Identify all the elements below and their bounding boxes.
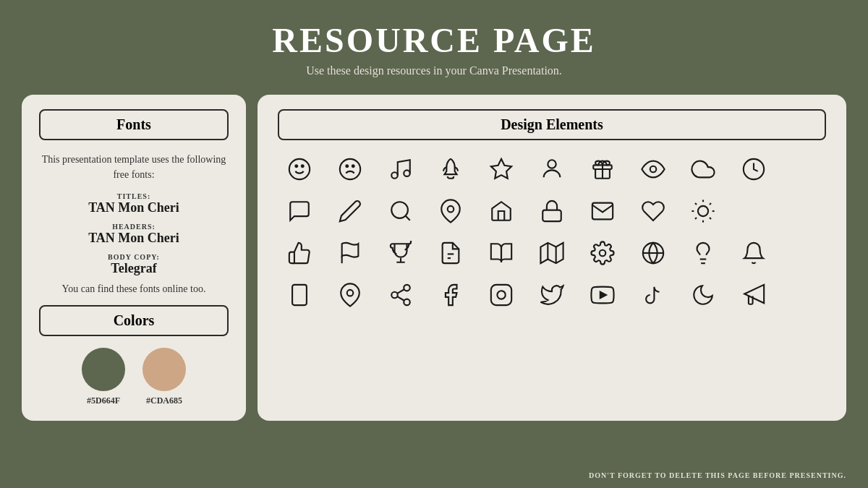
svg-point-4 [346, 165, 348, 167]
icon-document [429, 236, 472, 270]
font-label-headers: HEADERS: [39, 223, 229, 231]
svg-rect-37 [292, 285, 307, 305]
svg-point-39 [346, 290, 353, 296]
icon-megaphone [732, 278, 775, 312]
svg-point-0 [289, 159, 310, 179]
icon-empty2 [732, 194, 775, 228]
color-swatches: #5D664F #CDA685 [39, 348, 229, 406]
svg-rect-16 [542, 210, 561, 222]
icon-twitter [530, 278, 574, 312]
svg-point-9 [548, 160, 556, 168]
swatch-green: #5D664F [82, 348, 125, 406]
icon-gift [581, 152, 624, 187]
svg-point-17 [698, 206, 708, 216]
svg-point-42 [404, 299, 410, 306]
svg-line-21 [710, 218, 711, 219]
fonts-find: You can find these fonts online too. [39, 283, 229, 295]
font-entry-headers: HEADERS: TAN Mon Cheri [39, 223, 229, 246]
swatch-circle-green [82, 348, 125, 391]
icon-book [480, 236, 523, 270]
font-name-titles: TAN Mon Cheri [39, 200, 229, 215]
icon-bulb [682, 236, 726, 270]
icon-rocket [429, 152, 472, 187]
icon-tiktok [631, 278, 675, 312]
icon-bell [732, 236, 775, 270]
colors-header: Colors [39, 305, 229, 336]
font-label-titles: TITLES: [39, 192, 229, 200]
icon-map [530, 236, 574, 270]
svg-point-3 [340, 159, 360, 179]
icon-cloud [682, 152, 726, 187]
icon-moon [682, 278, 726, 312]
svg-point-7 [404, 170, 410, 176]
icon-search [379, 194, 422, 228]
icon-sad [328, 152, 372, 187]
left-panel: Fonts This presentation template uses th… [22, 95, 246, 421]
font-label-body: BODY COPY: [39, 253, 229, 261]
svg-point-32 [600, 250, 606, 257]
icon-clock [732, 152, 775, 187]
font-entry-body: BODY COPY: Telegraf [39, 253, 229, 276]
svg-line-43 [397, 296, 404, 301]
icon-home [480, 194, 523, 228]
icon-settings [581, 236, 624, 270]
icon-thumbsup [278, 236, 321, 270]
svg-line-24 [695, 218, 697, 219]
svg-point-6 [391, 172, 398, 179]
page-subtitle: Use these design resources in your Canva… [0, 64, 868, 77]
icon-empty4 [783, 236, 826, 270]
svg-line-25 [710, 203, 711, 205]
svg-point-15 [448, 206, 454, 213]
swatch-label-tan: #CDA685 [142, 395, 186, 406]
fonts-intro: This presentation template uses the foll… [39, 152, 229, 182]
svg-rect-45 [491, 285, 511, 305]
main-content: Fonts This presentation template uses th… [0, 95, 868, 421]
icon-heart [631, 194, 675, 228]
fonts-header: Fonts [39, 109, 229, 140]
svg-line-44 [397, 289, 404, 294]
colors-section: Colors #5D664F #CDA685 [39, 305, 229, 406]
right-panel: Design Elements [258, 95, 846, 421]
icon-person [530, 152, 574, 187]
svg-point-12 [650, 166, 656, 173]
icon-empty3 [783, 194, 826, 228]
svg-point-1 [295, 165, 297, 167]
font-name-headers: TAN Mon Cheri [39, 231, 229, 246]
svg-line-20 [695, 203, 697, 205]
svg-point-2 [302, 165, 304, 167]
icon-globe [631, 236, 675, 270]
icon-phone [278, 278, 321, 312]
icon-flag [328, 236, 372, 270]
font-entry-titles: TITLES: TAN Mon Cheri [39, 192, 229, 215]
icon-pin [429, 194, 472, 228]
icon-empty1 [783, 152, 826, 187]
icon-facebook [429, 278, 472, 312]
icon-trophy [379, 236, 422, 270]
icon-chat [278, 194, 321, 228]
footer-note: DON'T FORGET TO DELETE THIS PAGE BEFORE … [589, 471, 846, 479]
svg-point-14 [391, 202, 408, 218]
swatch-label-green: #5D664F [82, 395, 125, 406]
icon-youtube [581, 278, 624, 312]
swatch-circle-tan [142, 348, 186, 391]
design-elements-header: Design Elements [278, 109, 826, 140]
svg-marker-29 [540, 243, 563, 263]
svg-point-40 [404, 285, 410, 291]
icon-music [379, 152, 422, 187]
page-header: RESOURCE PAGE Use these design resources… [0, 0, 868, 85]
icon-mail [581, 194, 624, 228]
icon-empty5 [783, 278, 826, 312]
svg-point-41 [391, 292, 398, 299]
icon-share [379, 278, 422, 312]
svg-marker-47 [600, 292, 606, 299]
icons-grid [278, 152, 826, 312]
svg-marker-8 [491, 159, 511, 179]
icon-sun [682, 194, 726, 228]
icon-star [480, 152, 523, 187]
page-title: RESOURCE PAGE [0, 20, 868, 60]
icon-instagram [480, 278, 523, 312]
svg-point-5 [352, 165, 354, 167]
icon-location [328, 278, 372, 312]
icon-eye [631, 152, 675, 187]
icon-smiley [278, 152, 321, 187]
